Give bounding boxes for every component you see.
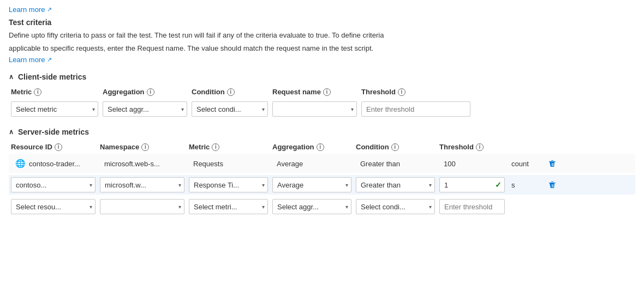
ss-new-resourceid-select[interactable]: Select resou... — [11, 199, 96, 214]
ss-new-metric-select[interactable]: Select metri... — [189, 199, 268, 214]
cs-condition-info-icon[interactable]: i — [227, 88, 235, 96]
ss-new-namespace-select[interactable] — [100, 199, 184, 214]
ss-new-aggregation-select[interactable]: Select aggr... — [272, 199, 351, 214]
ss-resourceid-info-icon[interactable]: i — [55, 143, 62, 151]
cs-aggregation-header: Aggregation i — [103, 88, 187, 96]
ss-namespace-info-icon[interactable]: i — [141, 143, 149, 151]
cs-metric-select[interactable]: Select metric — [11, 101, 98, 117]
ss-new-namespace-wrapper: ▾ — [100, 199, 184, 214]
server-side-section: ∧ Server-side metrics Resource ID i Name… — [9, 128, 635, 216]
cs-threshold-info-icon[interactable]: i — [398, 88, 406, 96]
server-side-header: ∧ Server-side metrics — [9, 128, 635, 136]
description-line2: applicable to specific requests, enter t… — [9, 43, 635, 54]
ss-new-condition-wrapper: Select condi... ▾ — [356, 199, 435, 214]
ss-new-resourceid-wrapper: Select resou... ▾ — [11, 199, 96, 214]
cs-threshold-input[interactable] — [361, 101, 470, 117]
cs-condition-header: Condition i — [192, 88, 268, 96]
ss-readonly-metric: Requests — [189, 158, 268, 170]
ss-editable-aggregation-select[interactable]: Average — [272, 177, 351, 192]
cs-aggregation-select[interactable]: Select aggr... — [103, 101, 187, 117]
ss-editable-condition-select[interactable]: Greater than — [356, 177, 435, 192]
cs-aggregation-dropdown-wrapper: Select aggr... ▾ — [103, 101, 187, 117]
server-side-label: Server-side metrics — [18, 128, 89, 136]
cs-metric-header: Metric i — [11, 88, 98, 96]
cs-threshold-input-wrapper — [361, 101, 470, 117]
cs-condition-select[interactable]: Select condi... — [192, 101, 268, 117]
cs-threshold-header: Threshold i — [361, 88, 470, 96]
cs-condition-dropdown-wrapper: Select condi... ▾ — [192, 101, 268, 117]
client-side-row-1: Select metric ▾ Select aggr... ▾ Select … — [9, 99, 635, 119]
ss-editable-resourceid-wrapper: contoso... ▾ — [11, 177, 96, 192]
cs-reqname-dropdown-wrapper: ▾ — [272, 101, 357, 117]
ss-editable-threshold-wrapper: ✓ — [439, 177, 505, 192]
ss-new-threshold-input-wrapper — [439, 199, 505, 214]
cs-aggregation-info-icon[interactable]: i — [147, 88, 154, 96]
client-side-label: Client-side metrics — [18, 72, 86, 81]
server-side-new-row: Select resou... ▾ ▾ Select metri... ▾ Se… — [9, 197, 635, 216]
test-criteria-title: Test criteria — [9, 18, 635, 27]
client-side-chevron[interactable]: ∧ — [9, 73, 14, 81]
ss-readonly-delete-button[interactable] — [544, 158, 561, 169]
ss-readonly-unit: count — [509, 160, 539, 168]
ss-new-condition-select[interactable]: Select condi... — [356, 199, 435, 214]
description-line1: Define upto fifty criteria to pass or fa… — [9, 30, 635, 41]
ss-aggregation-header: Aggregation i — [272, 143, 351, 151]
ss-condition-info-icon[interactable]: i — [391, 143, 399, 151]
ss-editable-namespace-select[interactable]: microsoft.w... — [100, 177, 184, 192]
ss-editable-metric-select[interactable]: Response Ti... — [189, 177, 268, 192]
client-side-columns-header: Metric i Aggregation i Condition i Reque… — [9, 88, 635, 96]
external-link-icon-top: ↗ — [47, 6, 52, 13]
cs-reqname-header: Request name i — [272, 88, 357, 96]
ss-editable-metric-wrapper: Response Ti... ▾ — [189, 177, 268, 192]
server-side-readonly-row: 🌐 contoso-trader... microsoft.web-s... R… — [9, 154, 635, 173]
ss-aggregation-info-icon[interactable]: i — [317, 143, 324, 151]
delete-icon-readonly — [548, 159, 557, 168]
external-link-icon-bottom: ↗ — [47, 56, 52, 63]
ss-readonly-namespace: microsoft.web-s... — [100, 158, 184, 170]
ss-namespace-header: Namespace i — [100, 143, 184, 151]
threshold-check-icon: ✓ — [495, 180, 502, 189]
ss-threshold-header: Threshold i — [439, 143, 505, 151]
ss-readonly-aggregation: Average — [272, 158, 351, 170]
client-side-header: ∧ Client-side metrics — [9, 72, 635, 81]
ss-threshold-info-icon[interactable]: i — [476, 143, 484, 151]
ss-new-threshold-input[interactable] — [439, 199, 505, 214]
ss-readonly-condition: Greater than — [356, 158, 435, 170]
ss-metric-info-icon[interactable]: i — [212, 143, 219, 151]
client-side-section: ∧ Client-side metrics Metric i Aggregati… — [9, 72, 635, 119]
delete-icon-editable — [548, 180, 557, 189]
learn-more-top-anchor[interactable]: Learn more — [9, 5, 45, 14]
ss-editable-condition-wrapper: Greater than ▾ — [356, 177, 435, 192]
cs-reqname-select[interactable] — [272, 101, 357, 117]
cs-reqname-info-icon[interactable]: i — [323, 88, 331, 96]
learn-more-bottom-link[interactable]: Learn more ↗ — [9, 56, 635, 64]
ss-editable-aggregation-wrapper: Average ▾ — [272, 177, 351, 192]
learn-more-top-link[interactable]: Learn more ↗ — [9, 5, 635, 14]
ss-resourceid-header: Resource ID i — [11, 143, 96, 151]
cs-metric-info-icon[interactable]: i — [34, 88, 41, 96]
ss-new-aggregation-wrapper: Select aggr... ▾ — [272, 199, 351, 214]
globe-icon-readonly: 🌐 — [15, 159, 26, 168]
server-side-columns-header: Resource ID i Namespace i Metric i Aggre… — [9, 143, 635, 151]
learn-more-bottom-anchor[interactable]: Learn more — [9, 56, 45, 64]
ss-editable-namespace-wrapper: microsoft.w... ▾ — [100, 177, 184, 192]
server-side-editable-row: contoso... ▾ microsoft.w... ▾ Response T… — [9, 175, 635, 195]
ss-metric-header: Metric i — [189, 143, 268, 151]
server-side-chevron[interactable]: ∧ — [9, 128, 14, 136]
cs-metric-dropdown-wrapper: Select metric ▾ — [11, 101, 98, 117]
ss-readonly-resourceid: 🌐 contoso-trader... — [11, 156, 96, 171]
ss-editable-resourceid-select[interactable]: contoso... — [11, 177, 96, 192]
ss-editable-delete-button[interactable] — [544, 179, 561, 190]
ss-editable-unit: s — [509, 181, 539, 189]
ss-new-metric-wrapper: Select metri... ▾ — [189, 199, 268, 214]
ss-condition-header: Condition i — [356, 143, 435, 151]
ss-readonly-threshold: 100 — [439, 158, 505, 170]
